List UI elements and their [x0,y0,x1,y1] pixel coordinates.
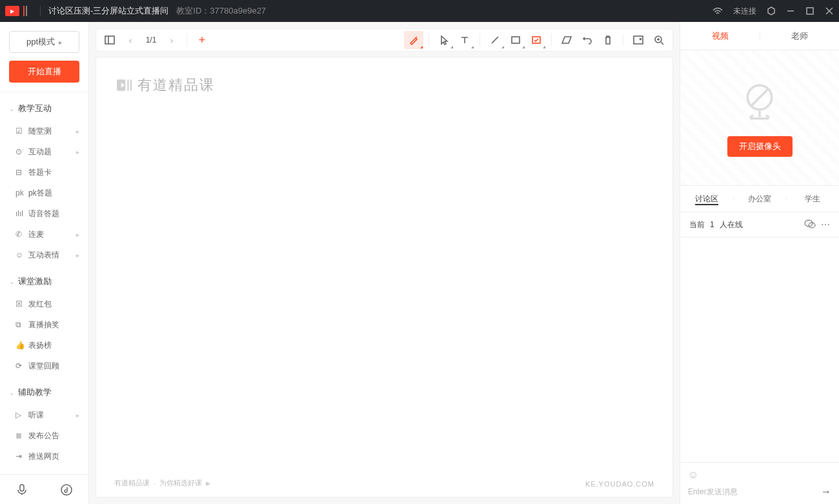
chevron-down-icon: ⌄ [9,389,14,396]
sidebar-item-label: 互动题 [28,146,76,157]
sidebar-item[interactable]: ⇥推送网页 [0,446,88,467]
page-counter: 1/1 [141,35,161,45]
sidebar-item-label: 表扬榜 [28,340,79,351]
music-button[interactable] [57,481,76,499]
sidebar-item-label: 随堂测 [28,126,76,137]
sidebar-group-header[interactable]: ⌄辅助教学 [0,384,88,405]
chat-wechat-icon[interactable] [804,219,816,231]
pen-tool-button[interactable] [404,31,423,49]
pointer-tool-button[interactable] [434,31,454,49]
sidebar-item[interactable]: ▷听课▸ [0,405,88,425]
sidebar-item[interactable]: ✆连麦▸ [0,224,88,245]
undo-button[interactable] [578,31,597,49]
next-page-button[interactable]: › [162,31,181,49]
sidebar-item[interactable]: ılıl语音答题 [0,203,88,224]
wifi-icon [713,7,723,15]
sidebar-group-header[interactable]: ⌄课堂激励 [0,273,88,294]
canvas-footer: 有道精品课·为你精选好课▶ [114,478,210,488]
svg-line-9 [492,37,498,43]
shape-tool-button[interactable] [506,31,525,49]
sidebar-item-icon: ☒ [15,299,28,308]
sidebar-item-label: 听课 [28,410,76,421]
sidebar-item-label: 课堂回顾 [28,361,79,372]
camera-off-icon [737,79,782,125]
svg-point-6 [61,485,72,495]
sidebar-item-icon: ılıl [15,209,28,218]
text-tool-button[interactable] [455,31,474,49]
chevron-down-icon: ⌄ [9,105,14,112]
right-panel: 视频 老师 开启摄像头 讨论区 办公室 学生 当前1人在线 ⋯ ☺ → [680,22,839,504]
room-id: 教室ID：37780a9e9e27 [176,5,266,17]
chat-messages [680,237,839,462]
settings-icon[interactable] [767,6,776,15]
tab-students[interactable]: 学生 [786,194,839,205]
sidebar-item-icon: ▷ [15,410,28,419]
sidebar-item[interactable]: ⟳课堂回顾 [0,356,88,376]
eraser-tool-button[interactable] [557,31,576,49]
clear-button[interactable] [598,31,618,49]
minimize-button[interactable] [786,6,795,15]
toolbar: ‹ 1/1 › + [96,28,673,52]
sidebar-item[interactable]: ☒发红包 [0,294,88,314]
sidebar-item[interactable]: ☺互动表情▸ [0,245,88,265]
sidebar-item-icon: ⧉ [15,320,28,329]
sidebar-item-label: 直播抽奖 [28,319,79,330]
sidebar-item-icon: ⊙ [15,147,28,156]
sidebar-item-label: 发红包 [28,299,79,310]
sidebar-item[interactable]: ≣发布公告 [0,425,88,446]
tab-teacher[interactable]: 老师 [760,30,839,42]
svg-rect-2 [807,8,813,14]
sidebar-group-header[interactable]: ⌄教学互动 [0,100,88,121]
start-live-button[interactable]: 开始直播 [9,61,79,83]
sidebar-item[interactable]: ⊙互动题▸ [0,141,88,162]
svg-line-22 [751,88,769,106]
ppt-mode-button[interactable]: ppt模式▸ [9,31,79,53]
sidebar-item-icon: ⇥ [15,452,28,461]
chat-input-area: ☺ → [680,462,839,504]
screenshot-button[interactable] [629,31,648,49]
chevron-right-icon: ▸ [76,148,79,156]
zoom-button[interactable] [649,31,669,49]
prev-page-button[interactable]: ‹ [121,31,140,49]
chevron-right-icon: ▸ [76,128,79,135]
send-button[interactable]: → [821,486,831,498]
sidebar-item-icon: pk [15,188,28,197]
chevron-right-icon: ▸ [59,39,62,46]
sidebar-item[interactable]: ☑随堂测▸ [0,121,88,141]
maximize-button[interactable] [805,6,814,15]
microphone-button[interactable] [13,481,31,499]
app-logo [5,6,19,16]
sidebar-item-label: 推送网页 [28,451,79,462]
canvas-url: KE.YOUDAO.COM [585,480,654,488]
sidebar-item-icon: ≣ [15,431,28,440]
sidebar-item-label: 答题卡 [28,167,79,178]
chat-more-button[interactable]: ⋯ [821,219,830,230]
layout-toggle-button[interactable] [100,31,119,49]
canvas-area: ‹ 1/1 › + 有道精品课 [89,22,680,504]
sidebar: ppt模式▸ 开始直播 ⌄教学互动☑随堂测▸⊙互动题▸⊟答题卡pkpk答题ılı… [0,22,89,504]
close-button[interactable] [825,6,834,15]
sidebar-item[interactable]: pkpk答题 [0,183,88,203]
open-camera-button[interactable]: 开启摄像头 [727,136,793,157]
stamp-tool-button[interactable] [527,31,546,49]
tab-office[interactable]: 办公室 [733,194,786,205]
sidebar-item[interactable]: ⊟答题卡 [0,162,88,183]
add-page-button[interactable]: + [192,31,212,49]
sidebar-item-icon: 👍 [15,341,28,350]
emoji-button[interactable]: ☺ [688,469,831,481]
sidebar-item[interactable]: 👍表扬榜 [0,335,88,356]
chevron-right-icon: ▸ [76,412,79,419]
chat-input[interactable] [688,487,816,496]
sidebar-item-icon: ⟳ [15,361,28,370]
sidebar-item-label: 发布公告 [28,430,79,441]
tab-discussion[interactable]: 讨论区 [680,194,733,205]
whiteboard-canvas[interactable]: 有道精品课 有道精品课·为你精选好课▶ KE.YOUDAO.COM [96,57,673,498]
sidebar-item-icon: ⊟ [15,168,28,177]
svg-rect-5 [20,485,24,491]
sidebar-item[interactable]: ⧉直播抽奖 [0,314,88,335]
tab-video[interactable]: 视频 [680,30,760,42]
svg-rect-10 [512,37,520,43]
sidebar-item-label: 互动表情 [28,250,76,261]
sidebar-item-label: pk答题 [28,188,79,199]
line-tool-button[interactable] [485,31,505,49]
